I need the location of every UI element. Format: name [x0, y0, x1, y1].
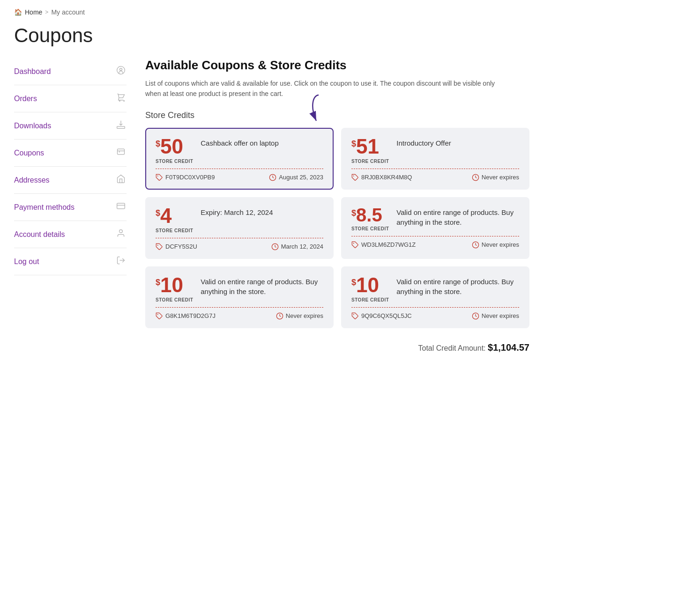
sidebar-label-downloads: Downloads [14, 122, 51, 130]
coupon-dollar-sign: $ [156, 139, 160, 149]
coupon-footer: G8K1M6T9D2G7J Never expires [156, 312, 323, 320]
coupon-divider [351, 307, 519, 308]
coupon-amount-row: $ 50 STORE CREDIT Cashback offer on lapt… [156, 136, 323, 164]
svg-point-21 [353, 314, 354, 315]
sidebar-item-orders[interactable]: Orders [14, 85, 127, 112]
coupon-number: 51 [356, 136, 379, 157]
coupon-amount-row: $ 10 STORE CREDIT Valid on entire range … [351, 275, 519, 302]
coupon-amount: $ 10 [156, 275, 193, 295]
coupon-divider [351, 169, 519, 169]
total-credit-label: Total Credit Amount: [418, 344, 485, 352]
coupon-expiry-text: March 12, 2024 [281, 243, 323, 250]
coupon-card-5[interactable]: $ 10 STORE CREDIT Valid on entire range … [145, 266, 334, 328]
svg-point-19 [157, 314, 158, 315]
tag-icon [156, 243, 163, 250]
coupon-code: WD3LM6ZD7WG1Z [351, 241, 416, 249]
coupon-amount-block: $ 4 STORE CREDIT [156, 206, 193, 233]
coupon-expiry: Never expires [276, 312, 323, 320]
coupon-code: G8K1M6T9D2G7J [156, 312, 216, 320]
coupon-expiry-text: August 25, 2023 [279, 174, 323, 181]
sidebar-label-logout: Log out [14, 258, 39, 266]
coupon-code: 9Q9C6QX5QL5JC [351, 312, 412, 320]
coupon-number: 10 [160, 275, 183, 295]
breadcrumb-home-link[interactable]: Home [25, 8, 42, 16]
coupon-amount: $ 50 [156, 136, 193, 157]
coupon-expiry: Never expires [472, 312, 519, 320]
coupon-card-3[interactable]: $ 4 STORE CREDIT Expiry: March 12, 2024 … [145, 197, 334, 259]
coupon-description: Valid on entire range of products. Buy a… [396, 206, 519, 227]
coupon-dollar-sign: $ [156, 208, 160, 218]
sidebar-label-addresses: Addresses [14, 176, 50, 184]
sidebar-item-downloads[interactable]: Downloads [14, 112, 127, 140]
coupon-code-text: DCFY5S2U [165, 243, 197, 250]
coupon-code-text: F0T9DC0XV0PB9 [165, 174, 215, 181]
coupon-card-2[interactable]: $ 51 STORE CREDIT Introductory Offer 8RJ… [341, 128, 529, 190]
coupon-dollar-sign: $ [351, 278, 356, 287]
coupon-code-text: 9Q9C6QX5QL5JC [361, 312, 412, 319]
coupon-code: F0T9DC0XV0PB9 [156, 174, 215, 181]
coupon-dollar-sign: $ [351, 139, 356, 149]
coupon-number: 50 [160, 136, 183, 157]
sidebar-item-payment-methods[interactable]: Payment methods [14, 194, 127, 221]
coupon-footer: WD3LM6ZD7WG1Z Never expires [351, 241, 519, 249]
coupons-area: $ 50 STORE CREDIT Cashback offer on lapt… [145, 128, 529, 328]
coupon-code: DCFY5S2U [156, 243, 197, 250]
coupon-divider [156, 307, 323, 308]
coupon-number: 10 [356, 275, 379, 295]
sidebar-label-dashboard: Dashboard [14, 67, 51, 76]
coupon-footer: DCFY5S2U March 12, 2024 [156, 243, 323, 250]
svg-point-2 [119, 101, 120, 102]
clock-icon [271, 243, 279, 250]
clock-icon [472, 174, 479, 181]
sidebar-label-account: Account details [14, 230, 65, 239]
coupon-divider [156, 169, 323, 169]
sidebar-item-logout[interactable]: Log out [14, 248, 127, 275]
clock-icon [269, 174, 276, 181]
sidebar-item-account-details[interactable]: Account details [14, 221, 127, 248]
coupon-footer: F0T9DC0XV0PB9 August 25, 2023 [156, 174, 323, 181]
coupon-divider [156, 238, 323, 238]
total-credit-amount: $1,104.57 [488, 342, 529, 353]
coupon-expiry: August 25, 2023 [269, 174, 323, 181]
coupon-amount: $ 4 [156, 206, 193, 226]
coupon-credit-label: STORE CREDIT [351, 226, 389, 231]
svg-point-11 [157, 175, 158, 176]
page-layout: Dashboard Orders Downloads Coupons Addre [0, 58, 700, 362]
store-credits-heading: Store Credits [145, 110, 686, 120]
coupon-amount: $ 8.5 [351, 206, 389, 224]
section-description: List of coupons which are valid & availa… [145, 78, 501, 99]
total-credit-section: Total Credit Amount: $1,104.57 [145, 328, 529, 362]
coupon-amount-block: $ 10 STORE CREDIT [351, 275, 389, 302]
coupon-description: Cashback offer on laptop [201, 136, 279, 148]
coupon-description: Valid on entire range of products. Buy a… [201, 275, 323, 296]
tag-icon [351, 312, 359, 320]
coupon-card-1[interactable]: $ 50 STORE CREDIT Cashback offer on lapt… [145, 128, 334, 190]
coupon-amount-block: $ 8.5 STORE CREDIT [351, 206, 389, 231]
coupon-card-4[interactable]: $ 8.5 STORE CREDIT Valid on entire range… [341, 197, 529, 259]
breadcrumb-current: My account [51, 8, 85, 16]
coupon-amount: $ 10 [351, 275, 389, 295]
payment-icon [115, 201, 127, 213]
coupon-card-6[interactable]: $ 10 STORE CREDIT Valid on entire range … [341, 266, 529, 328]
coupon-code-text: 8RJ0BX8KR4M8Q [361, 174, 412, 181]
coupon-amount: $ 51 [351, 136, 389, 157]
sidebar: Dashboard Orders Downloads Coupons Addre [14, 58, 127, 362]
coupon-credit-label: STORE CREDIT [156, 228, 193, 233]
coupon-code-text: WD3LM6ZD7WG1Z [361, 241, 416, 248]
coupon-expiry: Never expires [472, 174, 519, 181]
sidebar-item-addresses[interactable]: Addresses [14, 167, 127, 194]
coupon-number: 4 [160, 206, 171, 226]
tag-icon [351, 174, 359, 181]
home-icon: 🏠 [14, 8, 22, 16]
tag-icon [351, 241, 359, 249]
addresses-icon [115, 174, 127, 186]
svg-point-17 [353, 243, 354, 243]
sidebar-item-dashboard[interactable]: Dashboard [14, 58, 127, 85]
sidebar-item-coupons[interactable]: Coupons [14, 140, 127, 167]
coupon-expiry-text: Never expires [482, 174, 519, 181]
coupon-expiry-text: Never expires [482, 241, 519, 248]
orders-icon [115, 93, 127, 104]
coupons-grid: $ 50 STORE CREDIT Cashback offer on lapt… [145, 128, 529, 328]
coupon-description: Valid on entire range of products. Buy a… [396, 275, 519, 296]
clock-icon [472, 241, 479, 249]
